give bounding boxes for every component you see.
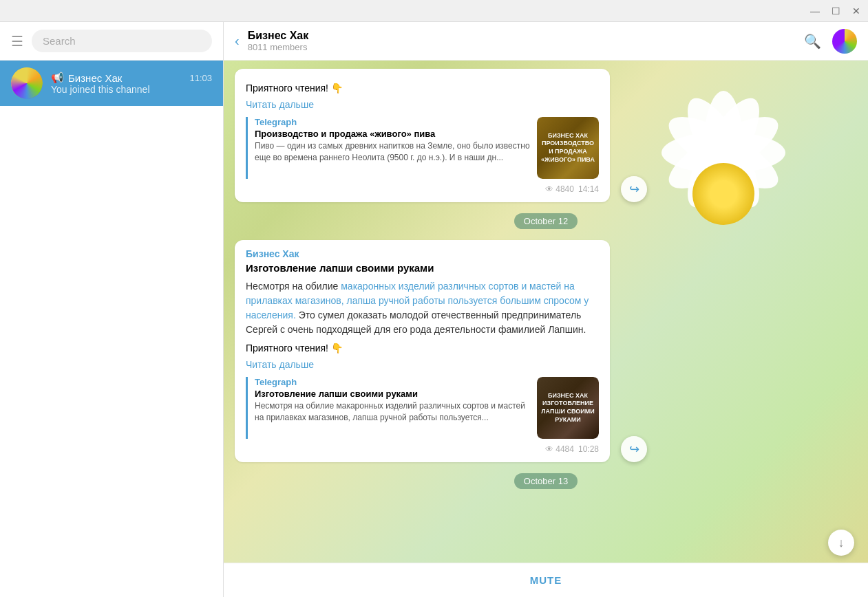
eye-icon-2: 👁 bbox=[545, 444, 553, 454]
chat-item-biznes-hak[interactable]: 📢 Бизнес Хак 11:03 You joined this chann… bbox=[0, 61, 223, 106]
date-divider-oct12: October 12 bbox=[235, 213, 857, 229]
menu-icon[interactable]: ☰ bbox=[11, 33, 23, 50]
chat-name: 📢 Бизнес Хак bbox=[51, 72, 122, 84]
view-count-2: 👁 4484 bbox=[545, 444, 574, 454]
msg-time-2: 10:28 bbox=[578, 444, 599, 454]
forward-icon-1: ↪ bbox=[629, 182, 639, 197]
close-button[interactable]: ✕ bbox=[850, 5, 862, 17]
mute-button[interactable]: MUTE bbox=[530, 574, 562, 586]
minimize-button[interactable]: — bbox=[809, 5, 821, 17]
read-more-link-1[interactable]: Читать дальше bbox=[246, 99, 599, 110]
search-placeholder: Search bbox=[43, 35, 76, 47]
message-row-2: Бизнес Хак Изготовление лапши своими рук… bbox=[235, 240, 857, 462]
telegraph-source-2: Telegraph bbox=[255, 377, 530, 387]
chat-list: 📢 Бизнес Хак 11:03 You joined this chann… bbox=[0, 61, 223, 597]
msg-time-1: 14:14 bbox=[578, 184, 599, 194]
view-count-1: 👁 4840 bbox=[545, 184, 574, 194]
message-title-2: Изготовление лапши своими руками bbox=[246, 262, 599, 274]
messages-area[interactable]: Приятного чтения! 👇 Читать дальше Telegr… bbox=[224, 61, 868, 563]
message-row-1: Приятного чтения! 👇 Читать дальше Telegr… bbox=[235, 69, 857, 202]
message-body-2: Несмотря на обилие макаронных изделий ра… bbox=[246, 279, 599, 337]
search-box[interactable]: Search bbox=[32, 30, 212, 52]
chat-area: ‹ Бизнес Хак 8011 members 🔍 Приятного чт… bbox=[224, 22, 868, 597]
message-bubble-1: Приятного чтения! 👇 Читать дальше Telegr… bbox=[235, 69, 610, 202]
telegraph-desc-1: Пиво — один из самых древних напитков на… bbox=[255, 140, 530, 164]
avatar bbox=[11, 67, 43, 99]
back-button[interactable]: ‹ bbox=[235, 33, 240, 49]
date-pill-oct12: October 12 bbox=[514, 213, 578, 229]
chat-header: ‹ Бизнес Хак 8011 members 🔍 bbox=[224, 22, 868, 61]
forward-button-1[interactable]: ↪ bbox=[621, 176, 647, 202]
telegraph-title-2: Изготовление лапши своими руками bbox=[255, 389, 530, 399]
sidebar: ☰ Search 📢 Бизнес Хак 11:03 bbox=[0, 22, 224, 597]
telegraph-content-1: Telegraph Производство и продажа «живого… bbox=[255, 117, 530, 179]
scroll-bottom-button[interactable]: ↓ bbox=[828, 530, 854, 556]
telegraph-preview-2[interactable]: Telegraph Изготовление лапши своими рука… bbox=[246, 377, 599, 439]
telegraph-source-1: Telegraph bbox=[255, 117, 530, 127]
date-pill-oct13: October 13 bbox=[514, 473, 578, 489]
message-footer-1: 👁 4840 14:14 bbox=[246, 184, 599, 194]
header-title: Бизнес Хак bbox=[248, 30, 796, 42]
chat-name-row: 📢 Бизнес Хак 11:03 bbox=[51, 72, 212, 84]
bottom-bar: MUTE bbox=[224, 563, 868, 597]
chat-info: 📢 Бизнес Хак 11:03 You joined this chann… bbox=[51, 72, 212, 95]
message-bubble-2: Бизнес Хак Изготовление лапши своими рук… bbox=[235, 240, 610, 462]
message-bon-2: Приятного чтения! 👇 bbox=[246, 343, 599, 354]
down-arrow-icon: ↓ bbox=[838, 536, 845, 550]
message-sender-2: Бизнес Хак bbox=[246, 248, 599, 259]
telegraph-desc-2: Несмотря на обилие макаронных изделий ра… bbox=[255, 400, 530, 424]
chat-preview: You joined this channel bbox=[51, 84, 212, 95]
date-divider-oct13: October 13 bbox=[235, 473, 857, 489]
telegraph-thumb-1: БИЗНЕС ХАК ПРОИЗВОДСТВО И ПРОДАЖА «ЖИВОГ… bbox=[537, 117, 599, 179]
channel-icon: 📢 bbox=[51, 72, 64, 84]
chat-time: 11:03 bbox=[189, 73, 212, 83]
search-icon[interactable]: 🔍 bbox=[804, 33, 821, 50]
sidebar-header: ☰ Search bbox=[0, 22, 223, 61]
maximize-button[interactable]: ☐ bbox=[829, 5, 842, 17]
message-footer-2: 👁 4484 10:28 bbox=[246, 444, 599, 454]
eye-icon: 👁 bbox=[545, 184, 553, 194]
forward-icon-2: ↪ bbox=[629, 442, 639, 457]
header-actions: 🔍 bbox=[804, 29, 857, 54]
telegraph-thumb-2: БИЗНЕС ХАК ИЗГОТОВЛЕНИЕ ЛАПШИ СВОИМИ РУК… bbox=[537, 377, 599, 439]
read-more-link-2[interactable]: Читать дальше bbox=[246, 359, 599, 370]
header-info: Бизнес Хак 8011 members bbox=[248, 30, 796, 52]
thumb-noodle-img: БИЗНЕС ХАК ИЗГОТОВЛЕНИЕ ЛАПШИ СВОИМИ РУК… bbox=[537, 377, 599, 439]
telegraph-preview-1[interactable]: Telegraph Производство и продажа «живого… bbox=[246, 117, 599, 179]
thumb-beer-img: БИЗНЕС ХАК ПРОИЗВОДСТВО И ПРОДАЖА «ЖИВОГ… bbox=[537, 117, 599, 179]
titlebar: — ☐ ✕ bbox=[0, 0, 868, 22]
user-avatar[interactable] bbox=[832, 29, 857, 54]
telegraph-title-1: Производство и продажа «живого» пива bbox=[255, 129, 530, 139]
header-subtitle: 8011 members bbox=[248, 42, 796, 52]
app-container: ☰ Search 📢 Бизнес Хак 11:03 bbox=[0, 22, 868, 597]
message-bon-1: Приятного чтения! 👇 bbox=[246, 83, 599, 94]
telegraph-content-2: Telegraph Изготовление лапши своими рука… bbox=[255, 377, 530, 439]
forward-button-2[interactable]: ↪ bbox=[621, 436, 647, 462]
